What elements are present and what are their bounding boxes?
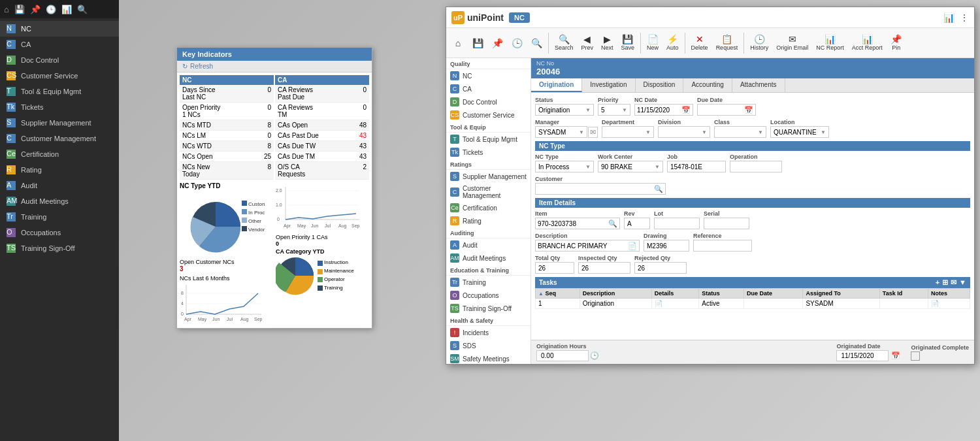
auto-button[interactable]: ⚡ Auto — [663, 33, 682, 52]
save-icon[interactable]: 💾 — [14, 5, 25, 14]
nav-item-tickets[interactable]: Tk Tickets — [0, 99, 119, 115]
tab-origination[interactable]: Origination — [531, 78, 582, 92]
nav-nc[interactable]: N NC — [446, 69, 531, 82]
nav-training-signoff[interactable]: TS Training Sign-Off — [446, 302, 531, 315]
home-icon[interactable]: ⌂ — [4, 5, 9, 14]
orig-date-value[interactable]: 11/15/2020 — [836, 350, 889, 361]
drawing-value[interactable]: M2396 — [644, 240, 689, 252]
desc-input[interactable]: BRANCH AC PRIMARY 📄 — [535, 240, 640, 252]
desc-doc-icon[interactable]: 📄 — [628, 242, 637, 250]
prev-button[interactable]: ◀ Prev — [578, 33, 597, 52]
division-select[interactable]: ▼ — [658, 126, 710, 138]
nav-item-training-signoff[interactable]: TS Training Sign-Off — [0, 240, 119, 256]
home-toolbar-button[interactable]: ⌂ — [449, 37, 467, 49]
work-center-select[interactable]: 90 BRAKE ▼ — [598, 161, 663, 172]
nav-item-customer-mgmt[interactable]: C Customer Management — [0, 131, 119, 146]
nav-item-rating[interactable]: R Rating — [0, 162, 119, 178]
inspected-qty-value[interactable]: 26 — [578, 262, 630, 274]
ref-value[interactable] — [693, 240, 752, 252]
orig-hours-value[interactable]: 0.00 — [536, 350, 589, 361]
pin-icon[interactable]: 📌 — [30, 5, 41, 14]
nav-certification[interactable]: Ce Certification — [446, 201, 531, 214]
nav-doc-control[interactable]: D Doc Control — [446, 95, 531, 108]
tasks-grid-icon[interactable]: ⊞ — [942, 278, 948, 287]
customer-input[interactable]: 🔍 — [535, 183, 666, 195]
request-button[interactable]: 📋 Request — [713, 33, 742, 52]
operation-value[interactable] — [730, 161, 782, 172]
nav-tickets[interactable]: Tk Tickets — [446, 146, 531, 159]
manager-email-icon[interactable]: ✉ — [588, 127, 598, 138]
nav-rating[interactable]: R Rating — [446, 214, 531, 227]
tasks-down-icon[interactable]: ▼ — [959, 278, 966, 287]
nav-item-certification[interactable]: Ce Certification — [0, 146, 119, 162]
tab-accounting[interactable]: Accounting — [683, 78, 732, 92]
history-toolbar-button[interactable]: 🕒 — [508, 37, 526, 49]
tab-investigation[interactable]: Investigation — [582, 78, 635, 92]
lot-value[interactable] — [654, 218, 700, 229]
search-icon[interactable]: 🔍 — [77, 5, 88, 14]
delete-button[interactable]: ✕ Delete — [688, 33, 711, 52]
serial-value[interactable] — [704, 218, 749, 229]
orig-date-cal-icon[interactable]: 📅 — [891, 351, 900, 360]
nav-ca[interactable]: C CA — [446, 82, 531, 95]
tasks-add-icon[interactable]: + — [936, 278, 939, 287]
new-button[interactable]: 📄 New — [644, 33, 662, 52]
orig-hours-clock-icon[interactable]: 🕒 — [590, 351, 599, 360]
tab-disposition[interactable]: Disposition — [636, 78, 684, 92]
nav-item-audit-meetings[interactable]: AM Audit Meetings — [0, 193, 119, 209]
nav-item-training[interactable]: Tr Training — [0, 209, 119, 225]
nav-item-customer-service[interactable]: CS Customer Service — [0, 68, 119, 84]
nav-item-nc[interactable]: N NC — [0, 21, 119, 37]
nav-training[interactable]: Tr Training — [446, 276, 531, 289]
status-select[interactable]: Origination ▼ — [535, 104, 594, 116]
item-input[interactable]: 970-3203738 🔍 — [535, 218, 620, 229]
nav-incidents[interactable]: ! Incidents — [446, 326, 531, 339]
tab-attachments[interactable]: Attachments — [732, 78, 785, 92]
nav-sds[interactable]: S SDS — [446, 339, 531, 352]
bar-chart-icon[interactable]: 📊 — [943, 12, 955, 23]
next-button[interactable]: ▶ Next — [598, 33, 617, 52]
nav-item-occupations[interactable]: O Occupations — [0, 225, 119, 240]
nc-date-input[interactable]: 11/15/2020 📅 — [634, 104, 693, 116]
history-button[interactable]: 🕒 History — [747, 33, 772, 52]
tasks-mail-icon[interactable]: ✉ — [951, 278, 956, 287]
save-toolbar-button[interactable]: 💾 — [468, 37, 487, 49]
nav-item-tool-equip[interactable]: T Tool & Equip Mgmt — [0, 84, 119, 99]
item-search-icon[interactable]: 🔍 — [608, 220, 617, 228]
more-menu-icon[interactable]: ⋮ — [960, 12, 969, 23]
search-button[interactable]: 🔍 Search — [551, 33, 577, 52]
save-button[interactable]: 💾 Save — [618, 33, 638, 52]
nav-safety-meetings[interactable]: SM Safety Meetings — [446, 352, 531, 364]
orig-complete-checkbox[interactable] — [911, 351, 920, 361]
job-value[interactable]: 15478-01E — [667, 161, 726, 172]
location-select[interactable]: QUARANTINE ▼ — [770, 126, 829, 138]
pin-btn[interactable]: 📌 Pin — [887, 33, 906, 52]
rev-value[interactable]: A — [624, 218, 650, 229]
class-select[interactable]: ▼ — [714, 126, 766, 138]
nav-item-supplier[interactable]: S Supplier Management — [0, 115, 119, 131]
history-icon[interactable]: 🕒 — [46, 5, 56, 14]
acct-report-button[interactable]: 📊 Acct Report — [849, 33, 886, 52]
customer-search-icon[interactable]: 🔍 — [654, 185, 663, 193]
nav-customer-service[interactable]: CS Customer Service — [446, 108, 531, 122]
nav-customer-mgmt[interactable]: C Customer Management — [446, 183, 531, 201]
total-qty-value[interactable]: 26 — [535, 262, 574, 274]
priority-select[interactable]: 5 ▼ — [598, 104, 630, 116]
task-details-icon[interactable]: 📄 — [651, 299, 699, 309]
nav-item-doc-control[interactable]: D Doc Control — [0, 52, 119, 68]
nav-audit[interactable]: A Audit — [446, 238, 531, 252]
chart-icon[interactable]: 📊 — [61, 5, 72, 14]
nav-audit-meetings[interactable]: AM Audit Meetings — [446, 252, 531, 265]
origin-email-button[interactable]: ✉ Origin Email — [773, 33, 811, 52]
nav-item-ca[interactable]: C CA — [0, 37, 119, 52]
due-date-input[interactable]: 📅 — [697, 104, 756, 116]
pin-toolbar-button[interactable]: 📌 — [488, 37, 506, 49]
due-date-calendar-icon[interactable]: 📅 — [744, 106, 753, 114]
ki-refresh-button[interactable]: ↻ Refresh — [177, 61, 372, 73]
nav-item-audit[interactable]: A Audit — [0, 178, 119, 193]
search-toolbar-button[interactable]: 🔍 — [527, 37, 546, 49]
nc-date-calendar-icon[interactable]: 📅 — [681, 106, 691, 114]
manager-select[interactable]: SYSADM ▼ — [535, 126, 587, 138]
nc-type-select[interactable]: In Process ▼ — [535, 161, 594, 172]
nav-supplier[interactable]: S Supplier Management — [446, 170, 531, 183]
